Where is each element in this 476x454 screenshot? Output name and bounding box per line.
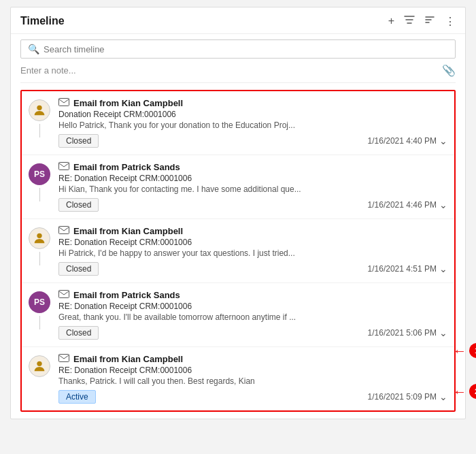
svg-rect-4: [59, 227, 69, 234]
annotation-2-badge: 2: [469, 384, 476, 399]
avatar-col: [27, 226, 52, 265]
svg-rect-2: [59, 163, 69, 170]
item-sub: RE: Donation Receipt CRM:0001006: [58, 366, 447, 375]
timeline-item: PS Email from Patrick Sands RE: Donation…: [22, 283, 454, 347]
item-title-row: Email from Kian Campbell: [58, 98, 447, 108]
item-footer: Closed 1/16/2021 5:06 PM ⌄: [58, 326, 447, 340]
timestamp-row: 1/16/2021 4:40 PM ⌄: [368, 135, 447, 146]
timestamp: 1/16/2021 5:06 PM: [368, 328, 437, 338]
timestamp-row: 1/16/2021 4:46 PM ⌄: [368, 199, 447, 210]
email-icon: [58, 354, 69, 364]
item-content: Email from Kian Campbell RE: Donation Re…: [58, 226, 447, 276]
svg-rect-7: [59, 355, 69, 362]
item-footer: Closed 1/16/2021 4:46 PM ⌄: [58, 198, 447, 212]
panel-header: Timeline + ⋮: [11, 7, 465, 34]
status-badge[interactable]: Closed: [58, 326, 99, 340]
avatar: [29, 99, 50, 121]
item-sub: RE: Donation Receipt CRM:0001006: [58, 238, 447, 247]
item-title: Email from Kian Campbell: [73, 98, 183, 108]
item-footer: Closed 1/16/2021 4:40 PM ⌄: [58, 134, 447, 148]
status-badge[interactable]: Closed: [58, 134, 99, 148]
item-content: Email from Kian Campbell Donation Receip…: [58, 98, 447, 148]
avatar: PS: [29, 291, 50, 313]
timestamp: 1/16/2021 4:51 PM: [368, 264, 437, 274]
timestamp-row: 1/16/2021 4:51 PM ⌄: [368, 263, 447, 274]
search-icon: 🔍: [28, 44, 39, 54]
add-icon[interactable]: +: [388, 15, 394, 27]
more-icon[interactable]: ⋮: [445, 15, 456, 28]
item-title-row: Email from Patrick Sands: [58, 162, 447, 172]
annotation-2-arrow: ←: [453, 385, 466, 398]
timestamp: 1/16/2021 4:40 PM: [368, 136, 437, 146]
item-title: Email from Patrick Sands: [73, 290, 180, 300]
item-title: Email from Kian Campbell: [73, 226, 183, 236]
item-title-row: Email from Patrick Sands: [58, 290, 447, 300]
item-content: Email from Patrick Sands RE: Donation Re…: [58, 290, 447, 340]
email-icon: [58, 226, 69, 236]
connector-line: [39, 252, 40, 265]
avatar: [29, 227, 50, 249]
avatar: [29, 355, 50, 377]
timeline-container: Email from Kian Campbell Donation Receip…: [20, 90, 456, 412]
item-sub: RE: Donation Receipt CRM:0001006: [58, 174, 447, 183]
search-input[interactable]: [44, 44, 448, 54]
item-title: Email from Kian Campbell: [73, 354, 183, 364]
timeline-item: Email from Kian Campbell Donation Receip…: [22, 91, 454, 155]
email-icon: [58, 162, 69, 172]
item-body: Thanks, Patrick. I will call you then. B…: [58, 376, 412, 386]
panel-title: Timeline: [20, 15, 65, 27]
timeline-item: Email from Kian Campbell RE: Donation Re…: [22, 347, 454, 410]
item-body: Hello Patrick, Thank you for your donati…: [58, 120, 412, 130]
chevron-down-icon[interactable]: ⌄: [439, 199, 447, 210]
status-badge[interactable]: Closed: [58, 262, 99, 276]
annotation-1-badge: 1: [469, 343, 476, 358]
item-footer: Active 1/16/2021 5:09 PM ⌄: [58, 390, 447, 404]
timestamp: 1/16/2021 5:09 PM: [368, 392, 437, 402]
svg-rect-5: [59, 291, 69, 298]
avatar: PS: [29, 163, 50, 185]
svg-point-6: [37, 361, 41, 366]
search-bar[interactable]: 🔍: [20, 39, 456, 59]
item-body: Great, thank you. I'll be available tomo…: [58, 312, 412, 322]
svg-point-3: [37, 233, 41, 238]
chevron-down-icon[interactable]: ⌄: [439, 327, 447, 338]
connector-line: [39, 188, 40, 201]
item-title-row: Email from Kian Campbell: [58, 354, 447, 364]
sort-icon[interactable]: [424, 14, 435, 28]
annotation-1-arrow: ←: [453, 344, 466, 357]
svg-rect-1: [59, 99, 69, 106]
attachment-icon[interactable]: 📎: [442, 64, 456, 77]
timeline-item: Email from Kian Campbell RE: Donation Re…: [22, 219, 454, 283]
svg-point-0: [37, 106, 41, 110]
item-body: Hi Kian, Thank you for contacting me. I …: [58, 184, 412, 194]
email-icon: [58, 290, 69, 300]
timestamp: 1/16/2021 4:46 PM: [368, 200, 437, 210]
chevron-down-icon[interactable]: ⌄: [439, 391, 447, 402]
avatar-col: PS: [27, 290, 52, 329]
item-content: Email from Patrick Sands RE: Donation Re…: [58, 162, 447, 212]
timeline-item: PS Email from Patrick Sands RE: Donation…: [22, 155, 454, 219]
avatar-col: [27, 98, 52, 137]
item-sub: RE: Donation Receipt CRM:0001006: [58, 302, 447, 311]
item-title: Email from Patrick Sands: [73, 162, 180, 172]
connector-line: [39, 316, 40, 329]
connector-line: [39, 124, 40, 137]
status-badge[interactable]: Active: [58, 390, 96, 404]
header-icons: + ⋮: [388, 14, 456, 28]
filter-icon[interactable]: [404, 14, 415, 28]
item-footer: Closed 1/16/2021 4:51 PM ⌄: [58, 262, 447, 276]
timeline-panel: Timeline + ⋮ 🔍 Enter a note... 📎: [10, 7, 466, 419]
email-icon: [58, 98, 69, 108]
avatar-col: [27, 354, 52, 377]
status-badge[interactable]: Closed: [58, 198, 99, 212]
item-sub: Donation Receipt CRM:0001006: [58, 110, 447, 119]
note-placeholder[interactable]: Enter a note...: [20, 65, 76, 76]
timestamp-row: 1/16/2021 5:09 PM ⌄: [368, 391, 447, 402]
item-body: Hi Patrick, I'd be happy to answer your …: [58, 248, 412, 258]
note-area: Enter a note... 📎: [20, 64, 456, 83]
chevron-down-icon[interactable]: ⌄: [439, 263, 447, 274]
item-title-row: Email from Kian Campbell: [58, 226, 447, 236]
timestamp-row: 1/16/2021 5:06 PM ⌄: [368, 327, 447, 338]
chevron-down-icon[interactable]: ⌄: [439, 135, 447, 146]
item-content: Email from Kian Campbell RE: Donation Re…: [58, 354, 447, 404]
